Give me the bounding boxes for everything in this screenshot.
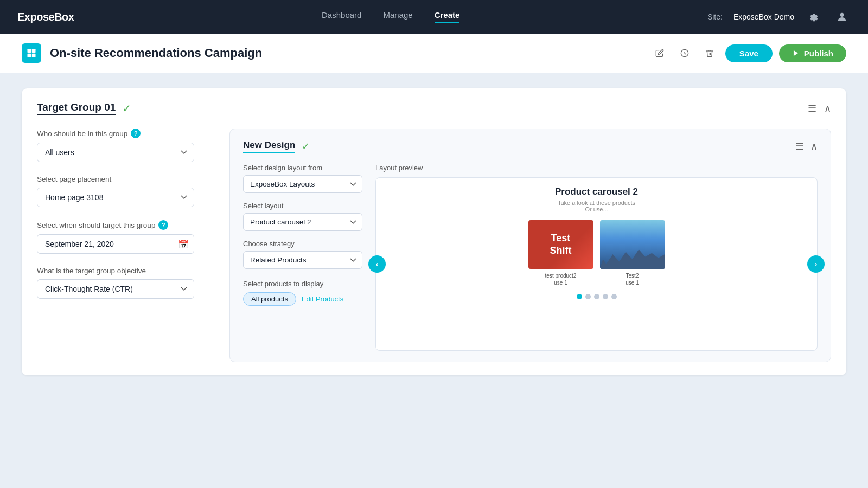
when-section: Select when should target this group ? 📅 [37,220,194,254]
campaign-icon [22,43,41,63]
design-right-icons: ☰ ∧ [795,140,818,152]
design-body: Select design layout from ExposeBox Layo… [243,164,818,351]
objective-select[interactable]: Click-Thought Rate (CTR) [37,279,194,299]
when-help-icon[interactable]: ? [158,220,168,230]
all-products-tag[interactable]: All products [243,292,296,306]
user-button[interactable] [833,8,851,25]
placement-label: Select page placement [37,175,194,183]
layout-preview-box: Product carousel 2 Take a look at these … [375,177,818,351]
placement-select[interactable]: Home page 3108 [37,188,194,207]
header-actions: Save Publish [650,44,846,62]
nav-create[interactable]: Create [435,10,460,23]
edit-products-link[interactable]: Edit Products [302,295,343,303]
navbar-right: Site: ExposeBox Demo [707,8,851,25]
who-select[interactable]: All users [37,143,194,162]
site-label: Site: [707,12,723,21]
left-panel: Who should be in this group ? All users … [37,129,194,312]
publish-button[interactable]: Publish [779,44,846,62]
dot-4[interactable] [603,294,608,299]
design-title-row: New Design ✓ [243,140,310,153]
preview-products: test product2 use 1 Test2 use 1 [385,220,808,286]
placement-section: Select page placement Home page 3108 [37,175,194,207]
svg-rect-3 [28,54,31,57]
product-image-1 [528,220,593,269]
tg-collapse-icon[interactable]: ∧ [824,102,831,114]
delete-button[interactable] [700,44,719,62]
layout-preview-label: Layout preview [375,164,818,172]
who-help-icon[interactable]: ? [131,129,141,138]
tg-title-row: Target Group 01 ✓ [37,101,131,115]
divider [212,129,212,362]
site-name: ExposeBox Demo [733,12,794,21]
campaign-card: Target Group 01 ✓ ☰ ∧ Who should be in t… [22,88,846,375]
design-menu-icon[interactable]: ☰ [795,140,804,152]
preview-product-2: Test2 use 1 [600,220,665,286]
nav-manage[interactable]: Manage [383,10,412,23]
carousel-preview-subtitle: Take a look at these products Or use... [385,200,808,213]
products-section: Select products to display All products … [243,280,362,306]
layout-select[interactable]: Product carousel 2 [243,213,362,231]
svg-rect-2 [32,49,36,53]
design-header: New Design ✓ ☰ ∧ [243,140,818,153]
nav-links: Dashboard Manage Create [100,10,681,23]
svg-rect-1 [28,49,31,53]
design-collapse-icon[interactable]: ∧ [810,140,818,152]
products-tags: All products Edit Products [243,292,362,306]
split-layout: Who should be in this group ? All users … [37,129,831,362]
product-image-2 [600,220,665,269]
svg-point-0 [840,13,844,17]
product-name-1: test product2 use 1 [528,272,593,286]
strategy-label: Choose strategy [243,240,362,248]
svg-rect-4 [32,54,36,57]
design-controls: Select design layout from ExposeBox Layo… [243,164,362,351]
main-content: Target Group 01 ✓ ☰ ∧ Who should be in t… [0,73,868,390]
preview-product-1: test product2 use 1 [528,220,593,286]
product-name-2: Test2 use 1 [600,272,665,286]
target-group-header: Target Group 01 ✓ ☰ ∧ [37,101,831,115]
dot-1[interactable] [577,294,582,299]
who-label: Who should be in this group ? [37,129,194,138]
tg-right-icons: ☰ ∧ [808,102,831,114]
carousel-prev-button[interactable]: ‹ [368,255,386,273]
save-button[interactable]: Save [725,44,773,62]
brand-logo: ExposeBox [17,11,74,23]
edit-button[interactable] [650,44,669,62]
carousel-dots [385,294,808,299]
carousel-preview-title: Product carousel 2 [385,187,808,197]
date-input-wrapper: 📅 [37,234,194,254]
dot-5[interactable] [611,294,617,299]
design-check-icon: ✓ [302,140,310,152]
tg-menu-icon[interactable]: ☰ [808,102,816,114]
design-panel: New Design ✓ ☰ ∧ Select design layout fr… [229,129,831,362]
nav-dashboard[interactable]: Dashboard [322,10,361,23]
carousel-next-button[interactable]: › [807,255,825,273]
objective-section: What is the target group objective Click… [37,267,194,299]
strategy-select[interactable]: Related Products [243,251,362,269]
tg-check-icon: ✓ [122,102,131,115]
dot-2[interactable] [585,294,591,299]
target-group-title: Target Group 01 [37,101,116,115]
right-panel: New Design ✓ ☰ ∧ Select design layout fr… [229,129,831,362]
layout-source-select[interactable]: ExposeBox Layouts [243,175,362,193]
layout-label: Select layout [243,202,362,210]
chart-button[interactable] [675,44,694,62]
layout-preview-section: Layout preview Product carousel 2 Take a… [375,164,818,351]
page-title: On-site Recommendations Campaign [50,46,642,60]
design-title: New Design [243,140,295,153]
layout-source-label: Select design layout from [243,164,362,172]
products-label: Select products to display [243,280,362,288]
navbar: ExposeBox Dashboard Manage Create Site: … [0,0,868,34]
date-input[interactable] [37,234,194,254]
dot-3[interactable] [594,294,599,299]
when-label: Select when should target this group ? [37,220,194,230]
who-section: Who should be in this group ? All users [37,129,194,162]
calendar-icon[interactable]: 📅 [178,239,189,249]
page-header: On-site Recommendations Campaign Save Pu… [0,34,868,73]
svg-marker-6 [794,50,798,56]
objective-label: What is the target group objective [37,267,194,275]
settings-button[interactable] [805,8,822,25]
